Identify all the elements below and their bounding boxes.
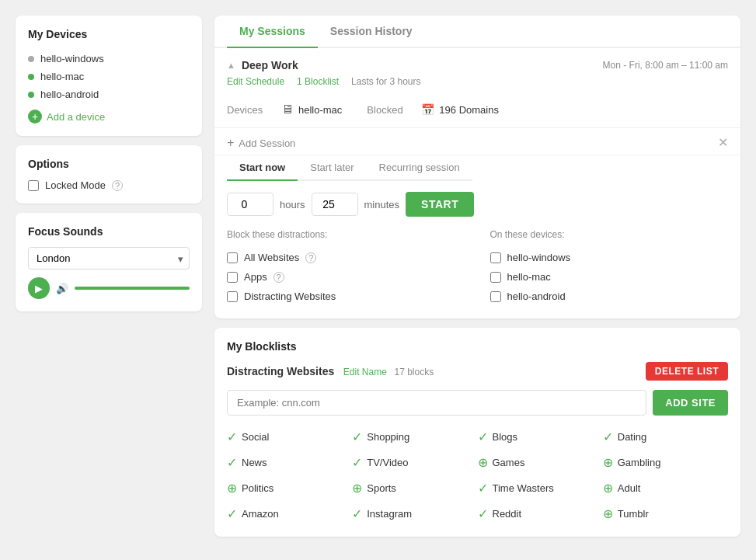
categories-grid: ✓Social✓Shopping✓Blogs✓Dating✓News✓TV/Vi… bbox=[227, 426, 728, 524]
device-android-label: hello-android bbox=[507, 290, 566, 302]
left-panel: My Devices hello-windows hello-mac hello… bbox=[16, 16, 202, 537]
minutes-label: minutes bbox=[364, 199, 400, 210]
category-item[interactable]: ✓Instagram bbox=[352, 503, 477, 524]
category-item[interactable]: ⊕Sports bbox=[352, 478, 477, 499]
plus-add-icon: ⊕ bbox=[603, 481, 613, 496]
blocklist-header: Distracting Websites Edit Name 17 blocks… bbox=[227, 362, 728, 381]
category-item[interactable]: ✓TV/Video bbox=[352, 452, 477, 473]
on-devices-title: On these devices: bbox=[490, 229, 729, 240]
category-label: Gambling bbox=[618, 457, 661, 468]
add-session-label: Add Session bbox=[239, 137, 295, 149]
volume-bar[interactable] bbox=[75, 287, 190, 290]
hours-input[interactable] bbox=[227, 193, 273, 216]
apps-help-icon[interactable]: ? bbox=[273, 272, 284, 283]
tab-session-history[interactable]: Session History bbox=[318, 16, 425, 48]
plus-add-icon: ⊕ bbox=[227, 481, 237, 496]
category-label: Politics bbox=[242, 482, 273, 494]
add-device-label: Add a device bbox=[47, 111, 105, 123]
category-item[interactable]: ⊕Tumblr bbox=[603, 503, 728, 524]
session-name-row: ▲ Deep Work bbox=[227, 59, 298, 71]
category-item[interactable]: ⊕Adult bbox=[603, 478, 728, 499]
add-session-button[interactable]: + Add Session bbox=[227, 136, 295, 150]
site-input[interactable] bbox=[227, 390, 646, 416]
device-mac-checkbox[interactable] bbox=[490, 272, 501, 283]
devices-title: My Devices bbox=[28, 28, 190, 40]
minutes-input[interactable] bbox=[312, 193, 358, 216]
device-name-mac: hello-mac bbox=[40, 71, 84, 82]
category-item[interactable]: ✓Time Wasters bbox=[478, 478, 603, 499]
check-device-android: hello-android bbox=[490, 287, 729, 306]
add-session-header: + Add Session ✕ bbox=[214, 128, 740, 155]
locked-mode-row: Locked Mode ? bbox=[28, 179, 190, 191]
form-tab-start-later[interactable]: Start later bbox=[298, 155, 366, 181]
check-green-icon: ✓ bbox=[478, 481, 488, 496]
device-value: 🖥 hello-mac bbox=[281, 103, 342, 117]
devices-label: Devices bbox=[227, 104, 273, 116]
category-label: Reddit bbox=[493, 508, 522, 520]
all-websites-help-icon[interactable]: ? bbox=[305, 252, 316, 263]
device-windows-checkbox[interactable] bbox=[490, 252, 501, 263]
add-device-button[interactable]: + Add a device bbox=[28, 110, 105, 123]
sound-controls: ▶ 🔊 bbox=[28, 277, 190, 299]
sound-select-wrapper: London Paris New York Tokyo ▾ bbox=[28, 247, 190, 270]
play-button[interactable]: ▶ bbox=[28, 277, 50, 299]
edit-schedule-link[interactable]: Edit Schedule bbox=[227, 76, 284, 87]
tab-my-sessions[interactable]: My Sessions bbox=[227, 16, 318, 48]
blocklist-name-row: Distracting Websites Edit Name 17 blocks bbox=[227, 365, 434, 377]
category-item[interactable]: ✓Social bbox=[227, 426, 352, 447]
sound-select[interactable]: London Paris New York Tokyo bbox=[28, 247, 190, 270]
distracting-websites-label: Distracting Websites bbox=[244, 290, 336, 302]
category-item[interactable]: ✓News bbox=[227, 452, 352, 473]
dot-icon-windows bbox=[28, 56, 34, 62]
category-label: Shopping bbox=[367, 431, 409, 443]
check-apps: Apps ? bbox=[227, 267, 465, 287]
all-websites-checkbox[interactable] bbox=[227, 252, 238, 263]
check-green-icon: ✓ bbox=[478, 506, 488, 521]
blocked-value-text: 196 Domains bbox=[439, 104, 499, 116]
start-button[interactable]: START bbox=[406, 192, 474, 217]
category-item[interactable]: ✓Amazon bbox=[227, 503, 352, 524]
category-label: Games bbox=[493, 457, 525, 468]
distracting-websites-checkbox[interactable] bbox=[227, 291, 238, 302]
blocked-detail: Blocked 📅 196 Domains bbox=[367, 103, 499, 117]
deep-work-session: ▲ Deep Work Mon - Fri, 8:00 am – 11:00 a… bbox=[214, 48, 740, 128]
category-label: Time Wasters bbox=[493, 482, 554, 494]
category-label: Social bbox=[242, 431, 269, 443]
time-row: hours minutes START bbox=[227, 192, 728, 217]
category-item[interactable]: ✓Dating bbox=[603, 426, 728, 447]
check-green-icon: ✓ bbox=[352, 506, 362, 521]
locked-mode-checkbox[interactable] bbox=[28, 180, 39, 191]
blocklist-count-link[interactable]: 1 Blocklist bbox=[297, 76, 339, 87]
volume-icon: 🔊 bbox=[56, 283, 68, 294]
category-item[interactable]: ⊕Gambling bbox=[603, 452, 728, 473]
device-item-mac: hello-mac bbox=[28, 68, 190, 85]
plus-add-icon: ⊕ bbox=[352, 481, 362, 496]
category-item[interactable]: ✓Blogs bbox=[478, 426, 603, 447]
form-tab-start-now[interactable]: Start now bbox=[227, 155, 298, 181]
edit-name-link[interactable]: Edit Name bbox=[343, 367, 387, 377]
category-item[interactable]: ✓Reddit bbox=[478, 503, 603, 524]
blocked-value: 📅 196 Domains bbox=[421, 103, 499, 116]
devices-card: My Devices hello-windows hello-mac hello… bbox=[16, 16, 202, 136]
close-form-button[interactable]: ✕ bbox=[718, 135, 728, 150]
check-green-icon: ✓ bbox=[352, 430, 362, 444]
device-android-checkbox[interactable] bbox=[490, 291, 501, 302]
hours-label: hours bbox=[280, 199, 305, 210]
delete-list-button[interactable]: DELETE LIST bbox=[646, 362, 728, 381]
check-green-icon: ✓ bbox=[603, 430, 613, 444]
category-item[interactable]: ⊕Games bbox=[478, 452, 603, 473]
category-item[interactable]: ✓Shopping bbox=[352, 426, 477, 447]
plus-add-icon: ⊕ bbox=[603, 506, 613, 521]
play-icon: ▶ bbox=[35, 283, 43, 294]
category-label: News bbox=[242, 457, 267, 468]
category-label: Sports bbox=[367, 482, 396, 494]
locked-mode-help-icon[interactable]: ? bbox=[112, 180, 123, 191]
options-card: Options Locked Mode ? bbox=[16, 145, 202, 203]
session-details: Devices 🖥 hello-mac Blocked 📅 196 Domain… bbox=[227, 96, 728, 117]
category-item[interactable]: ⊕Politics bbox=[227, 478, 352, 499]
session-header: ▲ Deep Work Mon - Fri, 8:00 am – 11:00 a… bbox=[227, 59, 728, 71]
apps-checkbox[interactable] bbox=[227, 272, 238, 283]
right-panel: My Sessions Session History ▲ Deep Work … bbox=[214, 16, 740, 537]
form-tab-recurring[interactable]: Recurring session bbox=[367, 155, 472, 181]
add-site-button[interactable]: ADD SITE bbox=[653, 390, 728, 416]
